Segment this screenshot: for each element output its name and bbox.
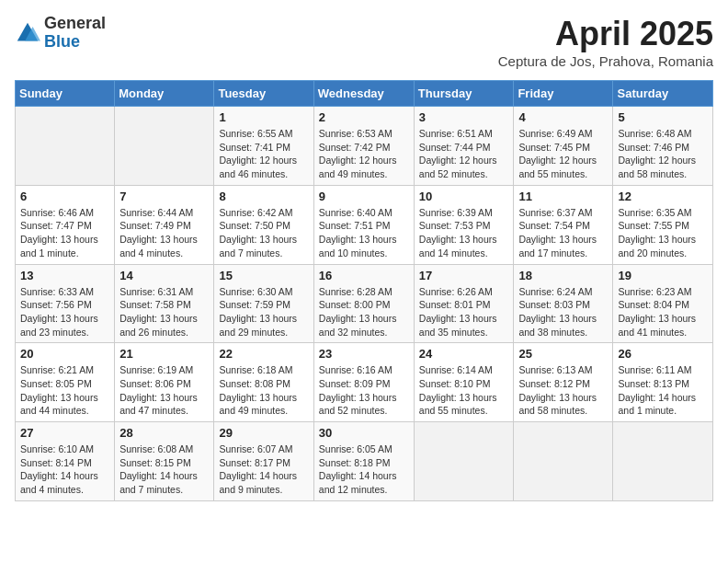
day-number: 24 <box>419 347 509 361</box>
day-info: Sunrise: 6:51 AMSunset: 7:44 PMDaylight:… <box>419 127 509 181</box>
calendar-cell: 13Sunrise: 6:33 AMSunset: 7:56 PMDayligh… <box>16 264 115 343</box>
calendar-week-row: 20Sunrise: 6:21 AMSunset: 8:05 PMDayligh… <box>16 343 713 422</box>
day-number: 9 <box>319 190 409 203</box>
weekday-header-monday: Monday <box>115 81 214 107</box>
day-number: 11 <box>518 190 608 203</box>
day-number: 16 <box>319 269 409 282</box>
calendar-cell: 5Sunrise: 6:48 AMSunset: 7:46 PMDaylight… <box>613 107 713 186</box>
weekday-header-wednesday: Wednesday <box>313 81 414 107</box>
day-number: 17 <box>419 269 509 282</box>
day-info: Sunrise: 6:53 AMSunset: 7:42 PMDaylight:… <box>319 127 409 181</box>
calendar-cell: 2Sunrise: 6:53 AMSunset: 7:42 PMDaylight… <box>313 107 414 186</box>
calendar-cell: 23Sunrise: 6:16 AMSunset: 8:09 PMDayligh… <box>313 343 414 422</box>
weekday-header-thursday: Thursday <box>414 81 514 107</box>
calendar-cell: 27Sunrise: 6:10 AMSunset: 8:14 PMDayligh… <box>16 422 115 501</box>
day-info: Sunrise: 6:35 AMSunset: 7:55 PMDaylight:… <box>618 206 708 260</box>
weekday-header-sunday: Sunday <box>16 81 115 107</box>
day-number: 21 <box>119 347 209 361</box>
day-number: 23 <box>319 347 409 361</box>
calendar-cell: 12Sunrise: 6:35 AMSunset: 7:55 PMDayligh… <box>613 185 713 264</box>
calendar-week-row: 27Sunrise: 6:10 AMSunset: 8:14 PMDayligh… <box>16 422 713 501</box>
calendar-cell: 21Sunrise: 6:19 AMSunset: 8:06 PMDayligh… <box>115 343 214 422</box>
day-number: 22 <box>219 347 308 361</box>
calendar-cell: 28Sunrise: 6:08 AMSunset: 8:15 PMDayligh… <box>115 422 214 501</box>
day-info: Sunrise: 6:08 AMSunset: 8:15 PMDaylight:… <box>119 442 209 497</box>
day-number: 4 <box>518 110 608 124</box>
day-info: Sunrise: 6:14 AMSunset: 8:10 PMDaylight:… <box>419 363 509 418</box>
calendar-cell: 8Sunrise: 6:42 AMSunset: 7:50 PMDaylight… <box>214 185 313 264</box>
day-number: 14 <box>119 269 209 282</box>
weekday-header-friday: Friday <box>514 81 613 107</box>
calendar-cell: 3Sunrise: 6:51 AMSunset: 7:44 PMDaylight… <box>414 107 514 186</box>
day-info: Sunrise: 6:21 AMSunset: 8:05 PMDaylight:… <box>20 363 109 418</box>
day-number: 13 <box>20 269 109 282</box>
calendar-cell: 7Sunrise: 6:44 AMSunset: 7:49 PMDaylight… <box>115 185 214 264</box>
day-number: 3 <box>419 110 509 124</box>
day-info: Sunrise: 6:10 AMSunset: 8:14 PMDaylight:… <box>20 442 109 497</box>
calendar-cell: 24Sunrise: 6:14 AMSunset: 8:10 PMDayligh… <box>414 343 514 422</box>
day-info: Sunrise: 6:18 AMSunset: 8:08 PMDaylight:… <box>219 363 308 418</box>
day-number: 5 <box>618 110 708 124</box>
day-info: Sunrise: 6:24 AMSunset: 8:03 PMDaylight:… <box>518 285 608 339</box>
logo-icon <box>15 20 40 46</box>
calendar-cell: 26Sunrise: 6:11 AMSunset: 8:13 PMDayligh… <box>613 343 713 422</box>
month-title: April 2025 <box>498 15 713 53</box>
day-number: 2 <box>319 110 409 124</box>
day-info: Sunrise: 6:39 AMSunset: 7:53 PMDaylight:… <box>419 206 509 260</box>
day-number: 25 <box>518 347 608 361</box>
calendar-cell: 19Sunrise: 6:23 AMSunset: 8:04 PMDayligh… <box>613 264 713 343</box>
day-info: Sunrise: 6:55 AMSunset: 7:41 PMDaylight:… <box>219 127 308 181</box>
day-number: 8 <box>219 190 308 203</box>
day-info: Sunrise: 6:28 AMSunset: 8:00 PMDaylight:… <box>319 285 409 339</box>
calendar-cell: 10Sunrise: 6:39 AMSunset: 7:53 PMDayligh… <box>414 185 514 264</box>
calendar-cell: 29Sunrise: 6:07 AMSunset: 8:17 PMDayligh… <box>214 422 313 501</box>
day-number: 12 <box>618 190 708 203</box>
day-info: Sunrise: 6:23 AMSunset: 8:04 PMDaylight:… <box>618 285 708 339</box>
calendar-cell: 25Sunrise: 6:13 AMSunset: 8:12 PMDayligh… <box>514 343 613 422</box>
calendar-header: SundayMondayTuesdayWednesdayThursdayFrid… <box>16 81 713 107</box>
calendar-cell <box>613 422 713 501</box>
calendar-cell <box>414 422 514 501</box>
calendar-cell: 6Sunrise: 6:46 AMSunset: 7:47 PMDaylight… <box>16 185 115 264</box>
calendar-cell: 9Sunrise: 6:40 AMSunset: 7:51 PMDaylight… <box>313 185 414 264</box>
day-info: Sunrise: 6:16 AMSunset: 8:09 PMDaylight:… <box>319 363 409 418</box>
logo: General Blue <box>15 15 106 52</box>
day-number: 18 <box>518 269 608 282</box>
day-number: 10 <box>419 190 509 203</box>
day-info: Sunrise: 6:05 AMSunset: 8:18 PMDaylight:… <box>319 442 409 497</box>
title-block: April 2025 Ceptura de Jos, Prahova, Roma… <box>498 15 713 69</box>
day-info: Sunrise: 6:11 AMSunset: 8:13 PMDaylight:… <box>618 363 708 418</box>
day-number: 26 <box>618 347 708 361</box>
day-info: Sunrise: 6:26 AMSunset: 8:01 PMDaylight:… <box>419 285 509 339</box>
day-info: Sunrise: 6:44 AMSunset: 7:49 PMDaylight:… <box>119 206 209 260</box>
weekday-header-tuesday: Tuesday <box>214 81 313 107</box>
calendar-cell <box>514 422 613 501</box>
day-info: Sunrise: 6:46 AMSunset: 7:47 PMDaylight:… <box>20 206 109 260</box>
calendar-cell: 16Sunrise: 6:28 AMSunset: 8:00 PMDayligh… <box>313 264 414 343</box>
calendar-cell: 30Sunrise: 6:05 AMSunset: 8:18 PMDayligh… <box>313 422 414 501</box>
calendar-cell: 14Sunrise: 6:31 AMSunset: 7:58 PMDayligh… <box>115 264 214 343</box>
calendar-cell: 1Sunrise: 6:55 AMSunset: 7:41 PMDaylight… <box>214 107 313 186</box>
weekday-header-row: SundayMondayTuesdayWednesdayThursdayFrid… <box>16 81 713 107</box>
calendar-table: SundayMondayTuesdayWednesdayThursdayFrid… <box>15 80 713 501</box>
day-number: 28 <box>119 426 209 440</box>
calendar-cell: 18Sunrise: 6:24 AMSunset: 8:03 PMDayligh… <box>514 264 613 343</box>
calendar-cell: 17Sunrise: 6:26 AMSunset: 8:01 PMDayligh… <box>414 264 514 343</box>
day-info: Sunrise: 6:49 AMSunset: 7:45 PMDaylight:… <box>518 127 608 181</box>
day-number: 7 <box>119 190 209 203</box>
calendar-week-row: 1Sunrise: 6:55 AMSunset: 7:41 PMDaylight… <box>16 107 713 186</box>
logo-blue-text: Blue <box>44 33 106 52</box>
day-number: 20 <box>20 347 109 361</box>
calendar-week-row: 6Sunrise: 6:46 AMSunset: 7:47 PMDaylight… <box>16 185 713 264</box>
calendar-cell: 4Sunrise: 6:49 AMSunset: 7:45 PMDaylight… <box>514 107 613 186</box>
logo-general-text: General <box>44 15 106 33</box>
calendar-cell: 15Sunrise: 6:30 AMSunset: 7:59 PMDayligh… <box>214 264 313 343</box>
day-info: Sunrise: 6:42 AMSunset: 7:50 PMDaylight:… <box>219 206 308 260</box>
calendar-cell <box>115 107 214 186</box>
day-info: Sunrise: 6:37 AMSunset: 7:54 PMDaylight:… <box>518 206 608 260</box>
calendar-cell: 20Sunrise: 6:21 AMSunset: 8:05 PMDayligh… <box>16 343 115 422</box>
day-info: Sunrise: 6:07 AMSunset: 8:17 PMDaylight:… <box>219 442 308 497</box>
calendar-body: 1Sunrise: 6:55 AMSunset: 7:41 PMDaylight… <box>16 107 713 501</box>
calendar-cell: 11Sunrise: 6:37 AMSunset: 7:54 PMDayligh… <box>514 185 613 264</box>
weekday-header-saturday: Saturday <box>613 81 713 107</box>
